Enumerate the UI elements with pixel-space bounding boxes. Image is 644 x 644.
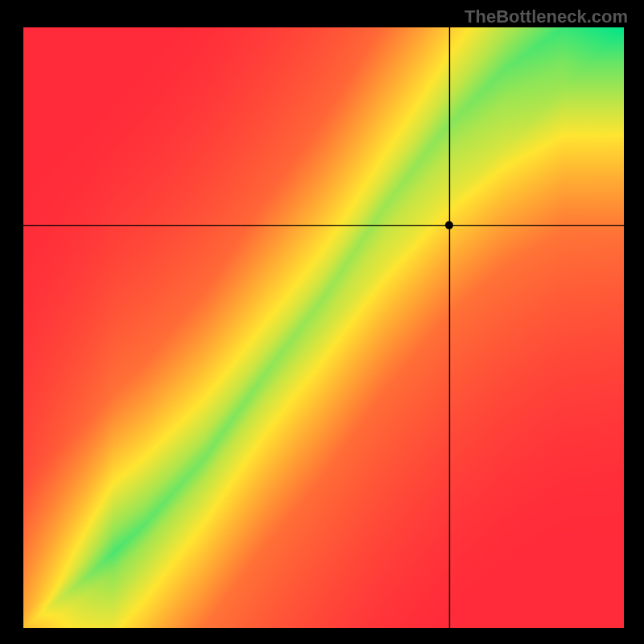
chart-container: TheBottleneck.com (0, 0, 644, 644)
watermark-label: TheBottleneck.com (464, 6, 628, 27)
bottleneck-heatmap (23, 27, 624, 628)
